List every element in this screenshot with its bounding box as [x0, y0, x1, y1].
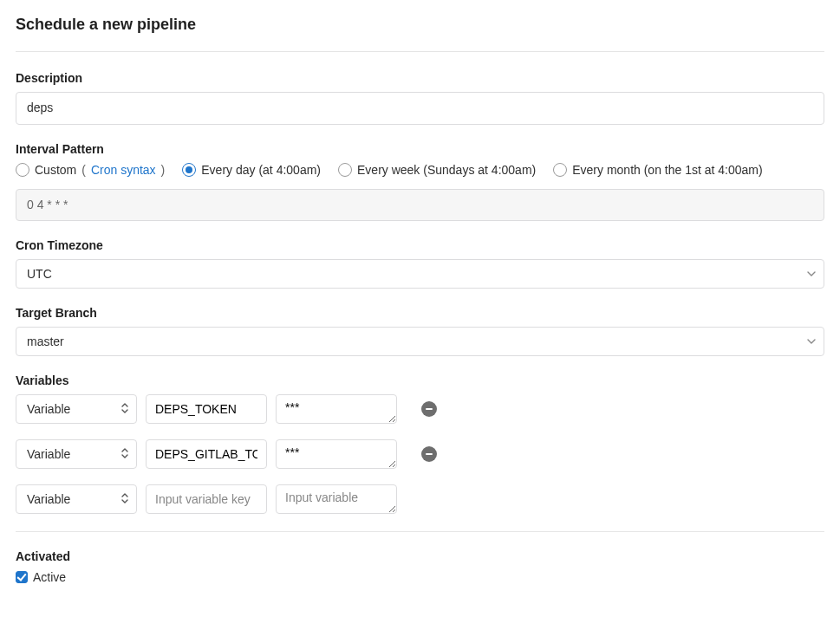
- variable-key-input[interactable]: [146, 439, 267, 469]
- interval-day-label: Every day (at 4:00am): [201, 163, 321, 177]
- variable-type-select[interactable]: Variable: [16, 394, 137, 424]
- interval-options: Custom (Cron syntax ) Every day (at 4:00…: [16, 163, 824, 177]
- variable-value-input[interactable]: ***: [276, 394, 397, 424]
- timezone-select[interactable]: UTC: [16, 259, 824, 289]
- variable-row: Variable: [16, 484, 824, 514]
- interval-option-custom[interactable]: Custom (Cron syntax ): [16, 163, 165, 177]
- interval-label: Interval Pattern: [16, 142, 824, 156]
- description-input[interactable]: [16, 92, 824, 125]
- variable-value-input[interactable]: [276, 484, 397, 514]
- variable-type-select[interactable]: Variable: [16, 439, 137, 469]
- paren-close: ): [161, 163, 166, 177]
- remove-variable-button[interactable]: [421, 401, 437, 417]
- cron-expression-input[interactable]: [16, 189, 824, 222]
- radio-month[interactable]: [553, 163, 567, 177]
- activated-label: Activated: [16, 549, 824, 563]
- minus-icon: [425, 405, 433, 413]
- variable-row: Variable ***: [16, 394, 824, 424]
- interval-option-week[interactable]: Every week (Sundays at 4:00am): [338, 163, 536, 177]
- radio-day[interactable]: [182, 163, 196, 177]
- interval-month-label: Every month (on the 1st at 4:00am): [572, 163, 762, 177]
- cron-syntax-link[interactable]: Cron syntax: [91, 163, 156, 177]
- target-branch-group: Target Branch master: [16, 306, 824, 356]
- variable-key-input[interactable]: [146, 394, 267, 424]
- description-group: Description: [16, 71, 824, 125]
- remove-variable-button[interactable]: [421, 446, 437, 462]
- target-branch-select[interactable]: master: [16, 327, 824, 356]
- variables-group: Variables Variable *** Variable ***: [16, 373, 824, 514]
- activated-group: Activated Active: [16, 549, 824, 586]
- radio-week[interactable]: [338, 163, 352, 177]
- variable-key-input[interactable]: [146, 484, 267, 514]
- page-title: Schedule a new pipeline: [16, 16, 824, 34]
- active-checkbox[interactable]: [16, 571, 28, 583]
- interval-group: Interval Pattern Custom (Cron syntax ) E…: [16, 142, 824, 222]
- interval-custom-label: Custom: [35, 163, 76, 177]
- target-branch-label: Target Branch: [16, 306, 824, 320]
- divider: [16, 531, 824, 532]
- timezone-label: Cron Timezone: [16, 238, 824, 252]
- interval-option-month[interactable]: Every month (on the 1st at 4:00am): [553, 163, 762, 177]
- variable-value-input[interactable]: ***: [276, 439, 397, 469]
- radio-custom[interactable]: [16, 163, 29, 177]
- description-label: Description: [16, 71, 824, 85]
- interval-week-label: Every week (Sundays at 4:00am): [357, 163, 536, 177]
- variables-label: Variables: [16, 373, 824, 387]
- interval-option-day[interactable]: Every day (at 4:00am): [182, 163, 321, 177]
- minus-icon: [425, 450, 433, 458]
- paren-open: (: [81, 163, 86, 177]
- active-checkbox-row[interactable]: Active: [16, 570, 66, 584]
- active-checkbox-label: Active: [33, 570, 66, 584]
- variable-row: Variable ***: [16, 439, 824, 469]
- variable-type-select[interactable]: Variable: [16, 484, 137, 514]
- timezone-group: Cron Timezone UTC: [16, 238, 824, 289]
- divider: [16, 51, 824, 52]
